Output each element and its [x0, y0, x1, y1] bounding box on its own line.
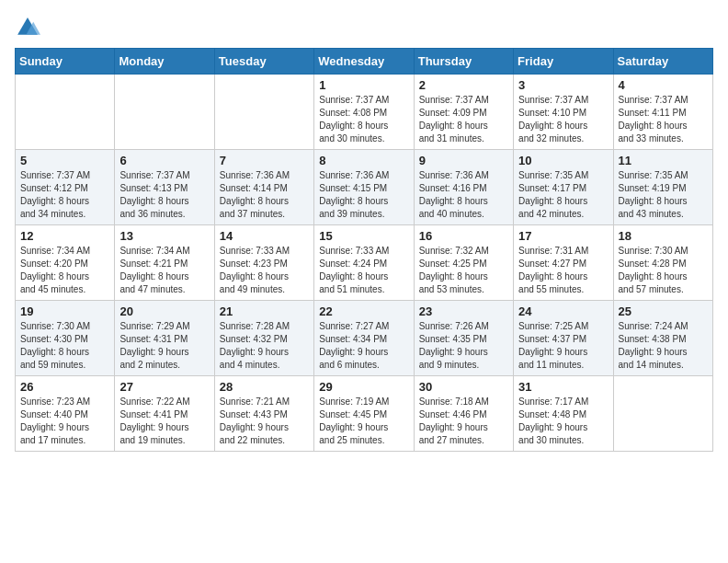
day-info: Sunrise: 7:34 AM Sunset: 4:20 PM Dayligh… — [20, 245, 109, 296]
day-number: 15 — [319, 229, 408, 243]
calendar-cell: 14Sunrise: 7:33 AM Sunset: 4:23 PM Dayli… — [214, 225, 313, 301]
day-number: 4 — [619, 78, 708, 92]
calendar-cell: 26Sunrise: 7:23 AM Sunset: 4:40 PM Dayli… — [16, 376, 115, 452]
day-number: 25 — [619, 304, 708, 318]
day-number: 9 — [419, 154, 508, 167]
day-info: Sunrise: 7:27 AM Sunset: 4:34 PM Dayligh… — [319, 320, 408, 372]
calendar-cell: 3Sunrise: 7:37 AM Sunset: 4:10 PM Daylig… — [514, 75, 613, 150]
day-info: Sunrise: 7:30 AM Sunset: 4:30 PM Dayligh… — [20, 320, 109, 372]
calendar-cell: 21Sunrise: 7:28 AM Sunset: 4:32 PM Dayli… — [214, 301, 313, 376]
day-number: 10 — [518, 154, 608, 167]
day-info: Sunrise: 7:25 AM Sunset: 4:37 PM Dayligh… — [518, 320, 608, 372]
day-number: 24 — [518, 304, 608, 318]
dow-header-thursday: Thursday — [414, 49, 513, 75]
calendar-cell: 15Sunrise: 7:33 AM Sunset: 4:24 PM Dayli… — [314, 225, 414, 301]
day-number: 18 — [619, 229, 708, 243]
week-row-1: 1Sunrise: 7:37 AM Sunset: 4:08 PM Daylig… — [16, 75, 713, 150]
calendar-cell: 25Sunrise: 7:24 AM Sunset: 4:38 PM Dayli… — [613, 301, 712, 376]
day-info: Sunrise: 7:30 AM Sunset: 4:28 PM Dayligh… — [619, 245, 708, 296]
calendar-cell: 30Sunrise: 7:18 AM Sunset: 4:46 PM Dayli… — [414, 376, 513, 452]
day-number: 12 — [20, 229, 109, 243]
calendar-cell: 12Sunrise: 7:34 AM Sunset: 4:20 PM Dayli… — [16, 225, 115, 301]
day-info: Sunrise: 7:34 AM Sunset: 4:21 PM Dayligh… — [119, 245, 209, 296]
day-info: Sunrise: 7:33 AM Sunset: 4:23 PM Dayligh… — [220, 245, 309, 296]
calendar-cell: 7Sunrise: 7:36 AM Sunset: 4:14 PM Daylig… — [214, 150, 313, 225]
day-info: Sunrise: 7:37 AM Sunset: 4:10 PM Dayligh… — [518, 94, 608, 145]
calendar-cell: 4Sunrise: 7:37 AM Sunset: 4:11 PM Daylig… — [613, 75, 712, 150]
day-number: 30 — [419, 380, 508, 394]
day-number: 23 — [419, 304, 508, 318]
calendar-cell: 5Sunrise: 7:37 AM Sunset: 4:12 PM Daylig… — [16, 150, 115, 225]
day-number: 8 — [319, 154, 408, 167]
dow-header-sunday: Sunday — [16, 49, 115, 75]
day-info: Sunrise: 7:33 AM Sunset: 4:24 PM Dayligh… — [319, 245, 408, 296]
day-info: Sunrise: 7:19 AM Sunset: 4:45 PM Dayligh… — [319, 396, 408, 447]
dow-header-tuesday: Tuesday — [214, 49, 313, 75]
week-row-2: 5Sunrise: 7:37 AM Sunset: 4:12 PM Daylig… — [16, 150, 713, 225]
day-info: Sunrise: 7:26 AM Sunset: 4:35 PM Dayligh… — [419, 320, 508, 372]
day-info: Sunrise: 7:35 AM Sunset: 4:17 PM Dayligh… — [518, 169, 608, 221]
day-number: 3 — [518, 78, 608, 92]
day-number: 28 — [220, 380, 309, 394]
calendar-table: SundayMondayTuesdayWednesdayThursdayFrid… — [15, 48, 713, 452]
calendar-cell: 6Sunrise: 7:37 AM Sunset: 4:13 PM Daylig… — [115, 150, 214, 225]
calendar-cell: 31Sunrise: 7:17 AM Sunset: 4:48 PM Dayli… — [514, 376, 613, 452]
day-info: Sunrise: 7:32 AM Sunset: 4:25 PM Dayligh… — [419, 245, 508, 296]
day-number: 7 — [220, 154, 309, 167]
calendar-cell — [613, 376, 712, 452]
day-info: Sunrise: 7:28 AM Sunset: 4:32 PM Dayligh… — [220, 320, 309, 372]
day-info: Sunrise: 7:36 AM Sunset: 4:16 PM Dayligh… — [419, 169, 508, 221]
dow-header-friday: Friday — [514, 49, 613, 75]
day-number: 1 — [319, 78, 408, 92]
calendar-cell: 8Sunrise: 7:36 AM Sunset: 4:15 PM Daylig… — [314, 150, 414, 225]
page-header — [15, 15, 713, 40]
calendar-cell: 22Sunrise: 7:27 AM Sunset: 4:34 PM Dayli… — [314, 301, 414, 376]
logo — [15, 15, 44, 40]
calendar-cell: 11Sunrise: 7:35 AM Sunset: 4:19 PM Dayli… — [613, 150, 712, 225]
calendar-cell: 17Sunrise: 7:31 AM Sunset: 4:27 PM Dayli… — [514, 225, 613, 301]
day-info: Sunrise: 7:37 AM Sunset: 4:09 PM Dayligh… — [419, 94, 508, 145]
day-info: Sunrise: 7:24 AM Sunset: 4:38 PM Dayligh… — [619, 320, 708, 372]
calendar-cell: 23Sunrise: 7:26 AM Sunset: 4:35 PM Dayli… — [414, 301, 513, 376]
day-number: 20 — [119, 304, 209, 318]
calendar-cell: 9Sunrise: 7:36 AM Sunset: 4:16 PM Daylig… — [414, 150, 513, 225]
week-row-4: 19Sunrise: 7:30 AM Sunset: 4:30 PM Dayli… — [16, 301, 713, 376]
calendar-cell: 20Sunrise: 7:29 AM Sunset: 4:31 PM Dayli… — [115, 301, 214, 376]
day-info: Sunrise: 7:35 AM Sunset: 4:19 PM Dayligh… — [619, 169, 708, 221]
day-info: Sunrise: 7:21 AM Sunset: 4:43 PM Dayligh… — [220, 396, 309, 447]
day-number: 16 — [419, 229, 508, 243]
day-info: Sunrise: 7:18 AM Sunset: 4:46 PM Dayligh… — [419, 396, 508, 447]
day-info: Sunrise: 7:29 AM Sunset: 4:31 PM Dayligh… — [119, 320, 209, 372]
dow-header-wednesday: Wednesday — [314, 49, 414, 75]
calendar-cell: 2Sunrise: 7:37 AM Sunset: 4:09 PM Daylig… — [414, 75, 513, 150]
day-info: Sunrise: 7:36 AM Sunset: 4:14 PM Dayligh… — [220, 169, 309, 221]
week-row-5: 26Sunrise: 7:23 AM Sunset: 4:40 PM Dayli… — [16, 376, 713, 452]
calendar-cell: 24Sunrise: 7:25 AM Sunset: 4:37 PM Dayli… — [514, 301, 613, 376]
day-number: 29 — [319, 380, 408, 394]
day-number: 5 — [20, 154, 109, 167]
day-info: Sunrise: 7:37 AM Sunset: 4:12 PM Dayligh… — [20, 169, 109, 221]
calendar-cell — [214, 75, 313, 150]
calendar-cell: 1Sunrise: 7:37 AM Sunset: 4:08 PM Daylig… — [314, 75, 414, 150]
calendar-cell: 18Sunrise: 7:30 AM Sunset: 4:28 PM Dayli… — [613, 225, 712, 301]
logo-icon — [15, 15, 40, 40]
day-number: 2 — [419, 78, 508, 92]
day-number: 17 — [518, 229, 608, 243]
week-row-3: 12Sunrise: 7:34 AM Sunset: 4:20 PM Dayli… — [16, 225, 713, 301]
calendar-cell — [16, 75, 115, 150]
day-number: 13 — [119, 229, 209, 243]
calendar-cell: 19Sunrise: 7:30 AM Sunset: 4:30 PM Dayli… — [16, 301, 115, 376]
calendar-cell: 29Sunrise: 7:19 AM Sunset: 4:45 PM Dayli… — [314, 376, 414, 452]
day-number: 6 — [119, 154, 209, 167]
day-info: Sunrise: 7:36 AM Sunset: 4:15 PM Dayligh… — [319, 169, 408, 221]
calendar-cell: 13Sunrise: 7:34 AM Sunset: 4:21 PM Dayli… — [115, 225, 214, 301]
day-number: 11 — [619, 154, 708, 167]
day-info: Sunrise: 7:22 AM Sunset: 4:41 PM Dayligh… — [119, 396, 209, 447]
day-info: Sunrise: 7:37 AM Sunset: 4:11 PM Dayligh… — [619, 94, 708, 145]
dow-header-saturday: Saturday — [613, 49, 712, 75]
calendar-cell: 28Sunrise: 7:21 AM Sunset: 4:43 PM Dayli… — [214, 376, 313, 452]
day-number: 19 — [20, 304, 109, 318]
day-number: 22 — [319, 304, 408, 318]
day-number: 27 — [119, 380, 209, 394]
day-number: 26 — [20, 380, 109, 394]
